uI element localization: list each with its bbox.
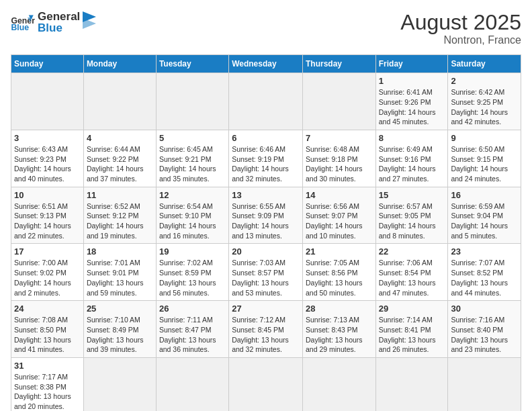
day-info: Sunrise: 6:55 AM Sunset: 9:09 PM Dayligh… — [232, 201, 300, 241]
day-number: 22 — [379, 246, 445, 257]
weekday-header-sunday: Sunday — [11, 55, 84, 73]
calendar-cell: 14Sunrise: 6:56 AM Sunset: 9:07 PM Dayli… — [302, 187, 375, 244]
logo-blue-text: Blue — [38, 22, 80, 34]
day-number: 1 — [379, 76, 445, 86]
day-number: 10 — [14, 190, 81, 200]
day-info: Sunrise: 6:41 AM Sunset: 9:26 PM Dayligh… — [379, 87, 445, 127]
calendar-cell: 23Sunrise: 7:07 AM Sunset: 8:52 PM Dayli… — [448, 244, 521, 301]
day-number: 24 — [14, 304, 81, 314]
day-info: Sunrise: 6:57 AM Sunset: 9:05 PM Dayligh… — [379, 201, 445, 241]
calendar-cell: 13Sunrise: 6:55 AM Sunset: 9:09 PM Dayli… — [229, 187, 303, 244]
calendar-cell: 3Sunrise: 6:43 AM Sunset: 9:23 PM Daylig… — [11, 130, 84, 187]
calendar-cell — [302, 73, 375, 130]
day-info: Sunrise: 7:17 AM Sunset: 8:38 PM Dayligh… — [14, 372, 81, 411]
calendar-cell — [83, 73, 156, 130]
calendar-cell: 27Sunrise: 7:12 AM Sunset: 8:45 PM Dayli… — [229, 301, 303, 358]
svg-text:Blue: Blue — [11, 23, 30, 32]
day-number: 18 — [87, 246, 153, 257]
day-number: 28 — [306, 304, 373, 314]
day-info: Sunrise: 7:05 AM Sunset: 8:56 PM Dayligh… — [306, 258, 373, 298]
day-number: 12 — [159, 190, 226, 200]
day-number: 31 — [14, 361, 81, 371]
calendar-cell: 30Sunrise: 7:16 AM Sunset: 8:40 PM Dayli… — [448, 301, 521, 358]
calendar-cell: 20Sunrise: 7:03 AM Sunset: 8:57 PM Dayli… — [229, 244, 303, 301]
calendar-cell — [229, 357, 303, 411]
page-title: August 2025 — [400, 11, 521, 34]
day-info: Sunrise: 7:10 AM Sunset: 8:49 PM Dayligh… — [87, 315, 153, 355]
logo-general-text: General — [38, 11, 80, 22]
calendar-cell: 21Sunrise: 7:05 AM Sunset: 8:56 PM Dayli… — [302, 244, 375, 301]
calendar-cell: 7Sunrise: 6:48 AM Sunset: 9:18 PM Daylig… — [302, 130, 375, 187]
calendar-cell: 9Sunrise: 6:50 AM Sunset: 9:15 PM Daylig… — [448, 130, 521, 187]
calendar-cell — [302, 357, 375, 411]
day-info: Sunrise: 7:00 AM Sunset: 9:02 PM Dayligh… — [14, 258, 81, 298]
calendar-cell: 4Sunrise: 6:44 AM Sunset: 9:22 PM Daylig… — [83, 130, 156, 187]
day-number: 16 — [451, 190, 518, 200]
day-number: 2 — [451, 76, 518, 86]
calendar-cell: 19Sunrise: 7:02 AM Sunset: 8:59 PM Dayli… — [156, 244, 228, 301]
day-info: Sunrise: 6:49 AM Sunset: 9:16 PM Dayligh… — [379, 144, 445, 184]
day-number: 3 — [14, 133, 81, 143]
calendar-cell: 22Sunrise: 7:06 AM Sunset: 8:54 PM Dayli… — [375, 244, 448, 301]
calendar-cell: 16Sunrise: 6:59 AM Sunset: 9:04 PM Dayli… — [448, 187, 521, 244]
calendar-cell: 25Sunrise: 7:10 AM Sunset: 8:49 PM Dayli… — [83, 301, 156, 358]
day-info: Sunrise: 7:08 AM Sunset: 8:50 PM Dayligh… — [14, 315, 81, 355]
calendar-cell: 5Sunrise: 6:45 AM Sunset: 9:21 PM Daylig… — [156, 130, 228, 187]
day-info: Sunrise: 6:43 AM Sunset: 9:23 PM Dayligh… — [14, 144, 81, 184]
day-info: Sunrise: 6:44 AM Sunset: 9:22 PM Dayligh… — [87, 144, 153, 184]
day-info: Sunrise: 6:48 AM Sunset: 9:18 PM Dayligh… — [306, 144, 373, 184]
day-number: 15 — [379, 190, 445, 200]
page-header: General Blue General Blue August 2025 No… — [11, 11, 521, 46]
day-number: 29 — [379, 304, 445, 314]
day-info: Sunrise: 6:54 AM Sunset: 9:10 PM Dayligh… — [159, 201, 226, 241]
weekday-header-thursday: Thursday — [302, 55, 375, 73]
calendar-cell — [156, 73, 228, 130]
calendar-cell: 24Sunrise: 7:08 AM Sunset: 8:50 PM Dayli… — [11, 301, 84, 358]
page-subtitle: Nontron, France — [400, 34, 521, 46]
calendar-cell: 15Sunrise: 6:57 AM Sunset: 9:05 PM Dayli… — [375, 187, 448, 244]
weekday-header-monday: Monday — [83, 55, 156, 73]
day-number: 20 — [232, 246, 300, 257]
logo: General Blue General Blue — [11, 11, 99, 34]
logo-icon: General Blue — [11, 13, 35, 32]
day-number: 27 — [232, 304, 300, 314]
weekday-header-friday: Friday — [375, 55, 448, 73]
day-info: Sunrise: 7:16 AM Sunset: 8:40 PM Dayligh… — [451, 315, 518, 355]
logo-flag-icon — [83, 11, 99, 33]
day-number: 23 — [451, 246, 518, 257]
calendar-cell — [156, 357, 228, 411]
calendar-table: SundayMondayTuesdayWednesdayThursdayFrid… — [11, 54, 521, 411]
day-info: Sunrise: 6:59 AM Sunset: 9:04 PM Dayligh… — [451, 201, 518, 241]
weekday-header-saturday: Saturday — [448, 55, 521, 73]
calendar-cell: 26Sunrise: 7:11 AM Sunset: 8:47 PM Dayli… — [156, 301, 228, 358]
day-info: Sunrise: 6:42 AM Sunset: 9:25 PM Dayligh… — [451, 87, 518, 127]
day-info: Sunrise: 7:01 AM Sunset: 9:01 PM Dayligh… — [87, 258, 153, 298]
day-number: 9 — [451, 133, 518, 143]
calendar-cell: 6Sunrise: 6:46 AM Sunset: 9:19 PM Daylig… — [229, 130, 303, 187]
calendar-cell: 29Sunrise: 7:14 AM Sunset: 8:41 PM Dayli… — [375, 301, 448, 358]
day-info: Sunrise: 6:52 AM Sunset: 9:12 PM Dayligh… — [87, 201, 153, 241]
day-number: 4 — [87, 133, 153, 143]
day-number: 13 — [232, 190, 300, 200]
day-number: 17 — [14, 246, 81, 257]
day-info: Sunrise: 6:56 AM Sunset: 9:07 PM Dayligh… — [306, 201, 373, 241]
day-info: Sunrise: 6:51 AM Sunset: 9:13 PM Dayligh… — [14, 201, 81, 241]
day-number: 5 — [159, 133, 226, 143]
day-number: 8 — [379, 133, 445, 143]
title-block: August 2025 Nontron, France — [400, 11, 521, 46]
day-number: 7 — [306, 133, 373, 143]
day-number: 21 — [306, 246, 373, 257]
day-number: 30 — [451, 304, 518, 314]
day-number: 6 — [232, 133, 300, 143]
day-info: Sunrise: 7:14 AM Sunset: 8:41 PM Dayligh… — [379, 315, 445, 355]
calendar-cell — [11, 73, 84, 130]
day-info: Sunrise: 7:12 AM Sunset: 8:45 PM Dayligh… — [232, 315, 300, 355]
day-info: Sunrise: 6:50 AM Sunset: 9:15 PM Dayligh… — [451, 144, 518, 184]
calendar-cell: 18Sunrise: 7:01 AM Sunset: 9:01 PM Dayli… — [83, 244, 156, 301]
calendar-cell: 2Sunrise: 6:42 AM Sunset: 9:25 PM Daylig… — [448, 73, 521, 130]
day-info: Sunrise: 7:11 AM Sunset: 8:47 PM Dayligh… — [159, 315, 226, 355]
calendar-cell — [375, 357, 448, 411]
calendar-cell: 11Sunrise: 6:52 AM Sunset: 9:12 PM Dayli… — [83, 187, 156, 244]
calendar-cell: 8Sunrise: 6:49 AM Sunset: 9:16 PM Daylig… — [375, 130, 448, 187]
day-number: 19 — [159, 246, 226, 257]
